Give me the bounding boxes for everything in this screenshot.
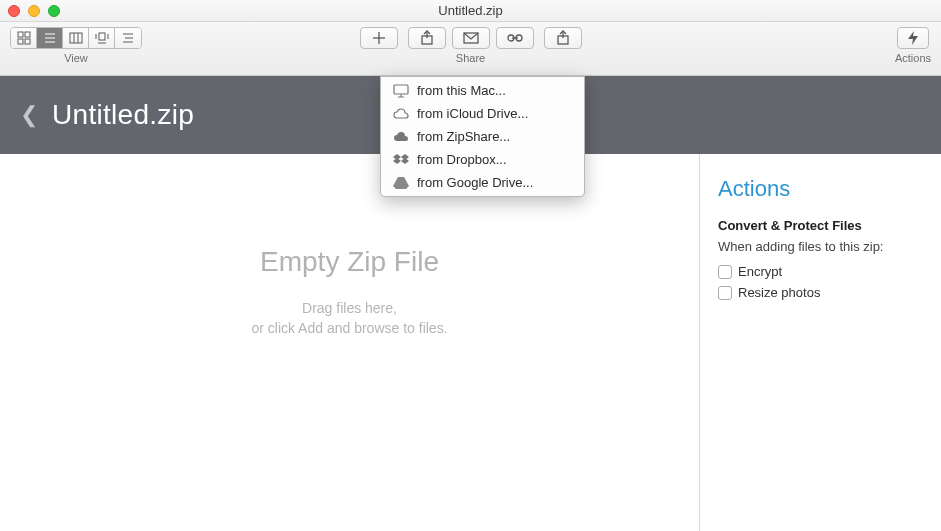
mail-icon — [463, 30, 479, 46]
dropdown-from-dropbox[interactable]: from Dropbox... — [381, 148, 584, 171]
cloud-icon — [393, 107, 409, 121]
resize-row[interactable]: Resize photos — [718, 285, 923, 300]
dropdown-label: from ZipShare... — [417, 129, 510, 144]
minimize-window-button[interactable] — [28, 5, 40, 17]
back-chevron-icon[interactable]: ❮ — [20, 102, 38, 128]
resize-label: Resize photos — [738, 285, 820, 300]
close-window-button[interactable] — [8, 5, 20, 17]
details-icon — [121, 31, 135, 45]
add-button[interactable] — [360, 27, 398, 49]
svg-rect-0 — [18, 32, 23, 37]
monitor-icon — [393, 84, 409, 98]
share-box-icon — [555, 30, 571, 46]
dropdown-from-googledrive[interactable]: from Google Drive... — [381, 171, 584, 194]
view-coverflow[interactable] — [89, 28, 115, 48]
view-segmented — [10, 27, 142, 49]
svg-marker-27 — [908, 31, 918, 45]
list-icon — [43, 31, 57, 45]
encrypt-label: Encrypt — [738, 264, 782, 279]
svg-rect-3 — [25, 39, 30, 44]
zoom-window-button[interactable] — [48, 5, 60, 17]
dropdown-label: from Google Drive... — [417, 175, 533, 190]
resize-checkbox[interactable] — [718, 286, 732, 300]
sidebar-desc: When adding files to this zip: — [718, 239, 923, 254]
sidebar-title: Actions — [718, 176, 923, 202]
columns-icon — [69, 31, 83, 45]
svg-rect-1 — [25, 32, 30, 37]
dropdown-from-zipshare[interactable]: from ZipShare... — [381, 125, 584, 148]
add-dropdown: from this Mac... from iCloud Drive... fr… — [380, 76, 585, 197]
view-label: View — [64, 52, 88, 64]
dropdown-from-mac[interactable]: from this Mac... — [381, 79, 584, 102]
svg-marker-34 — [401, 158, 409, 164]
svg-rect-28 — [394, 85, 408, 94]
center-tools: Share — [360, 27, 582, 64]
share-export-button[interactable] — [408, 27, 446, 49]
dropdown-label: from this Mac... — [417, 83, 506, 98]
view-list[interactable] — [37, 28, 63, 48]
dropdown-from-icloud[interactable]: from iCloud Drive... — [381, 102, 584, 125]
svg-rect-10 — [99, 33, 105, 40]
svg-marker-35 — [393, 177, 409, 189]
main: Empty Zip File Drag files here, or click… — [0, 154, 941, 531]
grid-icon — [17, 31, 31, 45]
actions-group: Actions — [895, 27, 931, 64]
view-icon-grid[interactable] — [11, 28, 37, 48]
share-mail-button[interactable] — [452, 27, 490, 49]
share-menu-button[interactable] — [544, 27, 582, 49]
plus-icon — [371, 30, 387, 46]
secondary-share — [544, 27, 582, 64]
sidebar-section-title: Convert & Protect Files — [718, 218, 923, 233]
cloud-filled-icon — [393, 130, 409, 144]
view-columns[interactable] — [63, 28, 89, 48]
view-group: View — [10, 27, 142, 64]
encrypt-row[interactable]: Encrypt — [718, 264, 923, 279]
window-title: Untitled.zip — [0, 3, 941, 18]
svg-marker-33 — [393, 158, 401, 164]
actions-button[interactable] — [897, 27, 929, 49]
svg-rect-2 — [18, 39, 23, 44]
dropbox-icon — [393, 153, 409, 167]
encrypt-checkbox[interactable] — [718, 265, 732, 279]
actions-label: Actions — [895, 52, 931, 64]
archive-title: Untitled.zip — [52, 99, 194, 131]
content-area[interactable]: Empty Zip File Drag files here, or click… — [0, 154, 699, 531]
view-details[interactable] — [115, 28, 141, 48]
empty-title: Empty Zip File — [260, 246, 439, 278]
titlebar: Untitled.zip — [0, 0, 941, 22]
add-group — [360, 27, 398, 64]
toolbar: View Share — [0, 22, 941, 76]
coverflow-icon — [95, 31, 109, 45]
share-group: Share — [408, 27, 534, 64]
share-up-icon — [419, 30, 435, 46]
sidebar: Actions Convert & Protect Files When add… — [699, 154, 941, 531]
bolt-icon — [905, 30, 921, 46]
empty-line-1: Drag files here, — [302, 300, 397, 316]
link-icon — [507, 30, 523, 46]
dropdown-label: from iCloud Drive... — [417, 106, 528, 121]
share-link-button[interactable] — [496, 27, 534, 49]
traffic-lights — [8, 5, 60, 17]
empty-line-2: or click Add and browse to files. — [251, 320, 447, 336]
googledrive-icon — [393, 176, 409, 190]
share-label: Share — [456, 52, 485, 64]
dropdown-label: from Dropbox... — [417, 152, 507, 167]
svg-rect-7 — [70, 33, 82, 43]
